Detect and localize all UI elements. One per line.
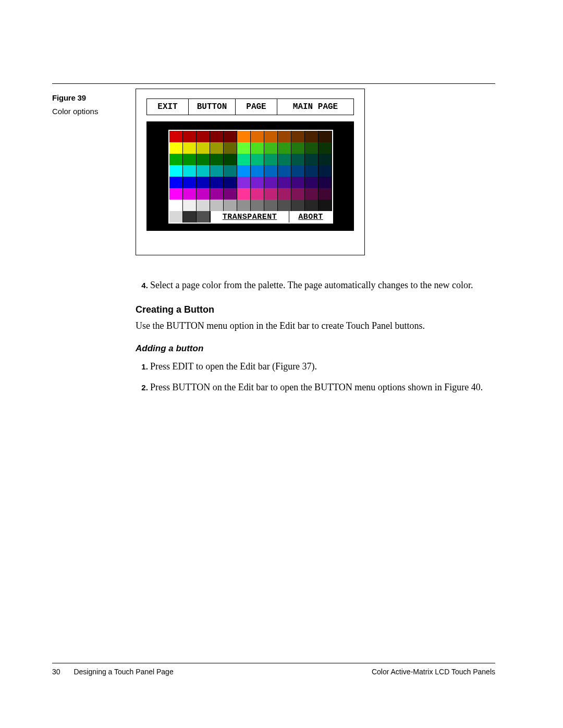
color-swatch[interactable] — [197, 177, 210, 188]
palette-row — [169, 142, 332, 154]
color-swatch[interactable] — [237, 142, 251, 154]
color-swatch[interactable] — [305, 165, 319, 177]
color-swatch[interactable] — [305, 188, 319, 200]
color-swatch[interactable] — [169, 131, 183, 142]
figure-caption: Figure 39 Color options — [52, 93, 125, 117]
footer-rule — [52, 663, 495, 663]
color-swatch[interactable] — [169, 142, 183, 154]
color-swatch[interactable] — [305, 177, 319, 188]
color-swatch[interactable] — [210, 177, 224, 188]
color-swatch[interactable] — [251, 131, 264, 142]
color-swatch[interactable] — [278, 154, 291, 165]
color-swatch[interactable] — [197, 200, 210, 211]
color-swatch[interactable] — [319, 142, 332, 154]
color-swatch[interactable] — [183, 131, 197, 142]
color-swatch[interactable] — [251, 142, 264, 154]
color-swatch[interactable] — [224, 188, 237, 200]
color-swatch[interactable] — [319, 154, 332, 165]
color-swatch[interactable] — [264, 200, 278, 211]
color-swatch[interactable] — [237, 131, 251, 142]
color-swatch[interactable] — [291, 154, 305, 165]
color-swatch[interactable] — [291, 177, 305, 188]
color-swatch[interactable] — [291, 165, 305, 177]
color-swatch[interactable] — [264, 177, 278, 188]
color-swatch[interactable] — [197, 142, 210, 154]
figure-label: Figure 39 — [52, 93, 125, 103]
color-swatch[interactable] — [291, 188, 305, 200]
color-swatch[interactable] — [183, 165, 197, 177]
color-swatch[interactable] — [237, 177, 251, 188]
color-swatch[interactable] — [305, 154, 319, 165]
color-swatch[interactable] — [251, 200, 264, 211]
color-swatch[interactable] — [169, 154, 183, 165]
menubar-exit[interactable]: EXIT — [147, 99, 189, 115]
color-swatch[interactable] — [291, 142, 305, 154]
color-swatch[interactable] — [224, 154, 237, 165]
color-swatch[interactable] — [319, 200, 332, 211]
color-swatch[interactable] — [210, 142, 224, 154]
color-swatch[interactable] — [319, 188, 332, 200]
color-swatch[interactable] — [169, 177, 183, 188]
color-swatch[interactable] — [264, 142, 278, 154]
color-swatch[interactable] — [183, 200, 197, 211]
color-swatch[interactable] — [210, 200, 224, 211]
color-swatch[interactable] — [237, 188, 251, 200]
color-swatch[interactable] — [319, 165, 332, 177]
color-swatch[interactable] — [278, 165, 291, 177]
color-swatch[interactable] — [224, 177, 237, 188]
color-swatch[interactable] — [278, 142, 291, 154]
color-swatch[interactable] — [224, 165, 237, 177]
color-swatch[interactable] — [305, 200, 319, 211]
color-swatch[interactable] — [210, 165, 224, 177]
transparent-button[interactable]: TRANSPARENT — [210, 211, 289, 223]
abort-button[interactable]: ABORT — [289, 211, 332, 223]
color-swatch[interactable] — [278, 177, 291, 188]
color-swatch[interactable] — [251, 165, 264, 177]
color-swatch[interactable] — [197, 211, 210, 223]
color-swatch[interactable] — [224, 200, 237, 211]
palette-row — [169, 188, 332, 200]
step-1: Press EDIT to open the Edit bar (Figure … — [150, 360, 495, 373]
color-swatch[interactable] — [251, 188, 264, 200]
color-swatch[interactable] — [224, 131, 237, 142]
color-swatch[interactable] — [319, 177, 332, 188]
color-swatch[interactable] — [169, 188, 183, 200]
color-swatch[interactable] — [264, 131, 278, 142]
color-swatch[interactable] — [291, 131, 305, 142]
color-swatch[interactable] — [183, 154, 197, 165]
color-swatch[interactable] — [210, 154, 224, 165]
color-swatch[interactable] — [278, 200, 291, 211]
color-swatch[interactable] — [210, 188, 224, 200]
color-swatch[interactable] — [237, 165, 251, 177]
color-swatch[interactable] — [264, 188, 278, 200]
menubar-button[interactable]: BUTTON — [189, 99, 236, 115]
color-swatch[interactable] — [197, 154, 210, 165]
color-swatch[interactable] — [183, 177, 197, 188]
color-swatch[interactable] — [305, 131, 319, 142]
color-swatch[interactable] — [237, 200, 251, 211]
color-swatch[interactable] — [224, 142, 237, 154]
color-swatch[interactable] — [197, 165, 210, 177]
color-swatch[interactable] — [197, 131, 210, 142]
color-swatch[interactable] — [305, 142, 319, 154]
color-swatch[interactable] — [169, 211, 183, 223]
page-number: 30 — [52, 668, 60, 676]
color-swatch[interactable] — [264, 165, 278, 177]
color-swatch[interactable] — [291, 200, 305, 211]
color-swatch[interactable] — [183, 188, 197, 200]
menubar-page[interactable]: PAGE — [236, 99, 277, 115]
color-swatch[interactable] — [278, 188, 291, 200]
color-swatch[interactable] — [210, 131, 224, 142]
color-swatch[interactable] — [169, 200, 183, 211]
color-swatch[interactable] — [237, 154, 251, 165]
color-swatch[interactable] — [197, 188, 210, 200]
color-swatch[interactable] — [319, 131, 332, 142]
color-swatch[interactable] — [183, 142, 197, 154]
color-swatch[interactable] — [183, 211, 197, 223]
menubar-main-page[interactable]: MAIN PAGE — [277, 99, 353, 115]
color-swatch[interactable] — [264, 154, 278, 165]
color-swatch[interactable] — [169, 165, 183, 177]
color-swatch[interactable] — [251, 177, 264, 188]
color-swatch[interactable] — [251, 154, 264, 165]
color-swatch[interactable] — [278, 131, 291, 142]
